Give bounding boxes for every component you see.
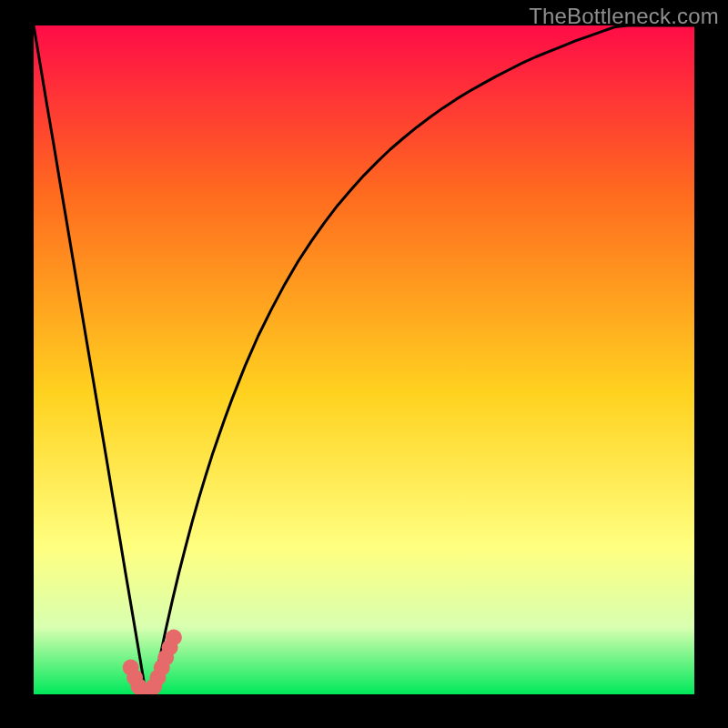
gradient-background [34, 25, 694, 694]
chart-plot-area [34, 25, 694, 694]
chart-svg [34, 25, 694, 694]
outer-frame: TheBottleneck.com [0, 0, 728, 728]
valley-marker [166, 630, 182, 646]
